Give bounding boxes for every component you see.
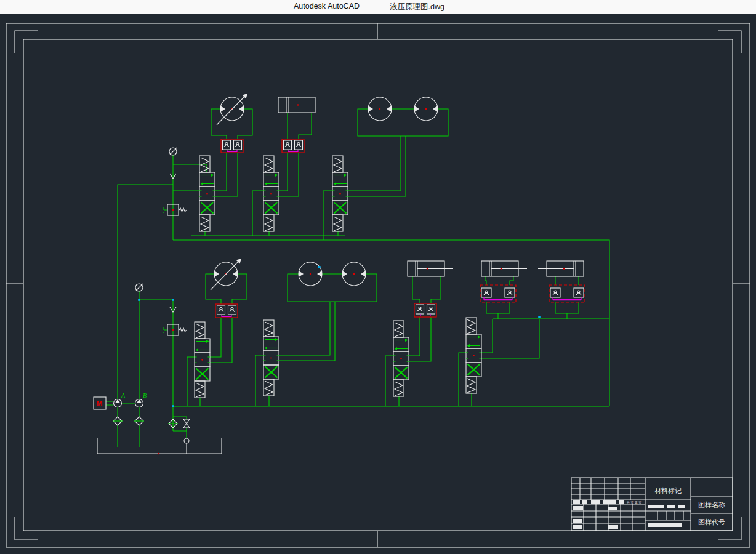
electric-motor-label: M bbox=[97, 399, 102, 407]
check-valve-block-3[interactable] bbox=[215, 304, 238, 318]
cylinder-4[interactable] bbox=[538, 261, 584, 276]
motor-2a[interactable] bbox=[299, 262, 322, 286]
pump-b[interactable] bbox=[135, 399, 143, 407]
variable-motor-2[interactable] bbox=[211, 259, 241, 290]
pump-a[interactable] bbox=[114, 399, 122, 407]
pressure-gauge-2[interactable] bbox=[135, 284, 143, 291]
motor-1a[interactable] bbox=[368, 97, 392, 121]
directional-valve-3[interactable] bbox=[332, 156, 348, 231]
pressure-gauge-1[interactable] bbox=[169, 148, 177, 155]
drawing-svg[interactable]: M A B 材料标记 图样名称 图样代号 共 页 第 页 bbox=[0, 14, 756, 554]
drain-gauge[interactable] bbox=[184, 438, 189, 443]
titlebar: Autodesk AutoCAD 液压原理图.dwg bbox=[0, 0, 756, 14]
drawing-name-label: 图样名称 bbox=[698, 501, 725, 508]
directional-valve-7[interactable] bbox=[466, 318, 481, 393]
check-valve-block-4[interactable] bbox=[414, 303, 436, 317]
motor-1b[interactable] bbox=[414, 97, 438, 121]
hydraulic-pipes[interactable] bbox=[106, 109, 609, 447]
directional-valve-4[interactable] bbox=[195, 322, 210, 398]
material-mark-label: 材料标记 bbox=[654, 487, 682, 494]
drawing-code-label: 图样代号 bbox=[698, 518, 725, 526]
directional-valve-6[interactable] bbox=[393, 321, 409, 396]
cylinder-2[interactable] bbox=[408, 261, 453, 276]
check-valve-block-1[interactable] bbox=[221, 139, 243, 153]
title-block-text-blobs bbox=[573, 500, 685, 529]
pilot-check-block-2[interactable] bbox=[549, 285, 585, 302]
cylinder-1[interactable] bbox=[278, 97, 324, 113]
relief-valve-1[interactable] bbox=[164, 204, 187, 215]
drawing-canvas[interactable]: M A B 材料标记 图样名称 图样代号 共 页 第 页 bbox=[0, 14, 756, 554]
pages-label: 共 页 第 页 bbox=[627, 500, 641, 504]
title-block: 材料标记 图样名称 图样代号 共 页 第 页 bbox=[571, 478, 733, 531]
document-title: 液压原理图.dwg bbox=[390, 2, 444, 12]
filter-b[interactable] bbox=[134, 417, 144, 425]
variable-motor-1[interactable] bbox=[217, 94, 247, 125]
pilot-check-block-1[interactable] bbox=[480, 285, 516, 302]
shutoff-valve[interactable] bbox=[183, 419, 190, 428]
cylinder-3[interactable] bbox=[481, 261, 527, 276]
tank[interactable] bbox=[97, 438, 222, 454]
pump-a-label: A bbox=[121, 392, 126, 399]
app-title: Autodesk AutoCAD bbox=[294, 2, 360, 10]
directional-valve-2[interactable] bbox=[263, 156, 279, 231]
pump-b-label: B bbox=[143, 392, 147, 399]
filter-a[interactable] bbox=[113, 417, 123, 425]
check-valve-block-2[interactable] bbox=[282, 139, 304, 153]
relief-valve-2[interactable] bbox=[164, 324, 187, 335]
motor-2b[interactable] bbox=[342, 262, 366, 286]
directional-valve-5[interactable] bbox=[263, 320, 279, 396]
